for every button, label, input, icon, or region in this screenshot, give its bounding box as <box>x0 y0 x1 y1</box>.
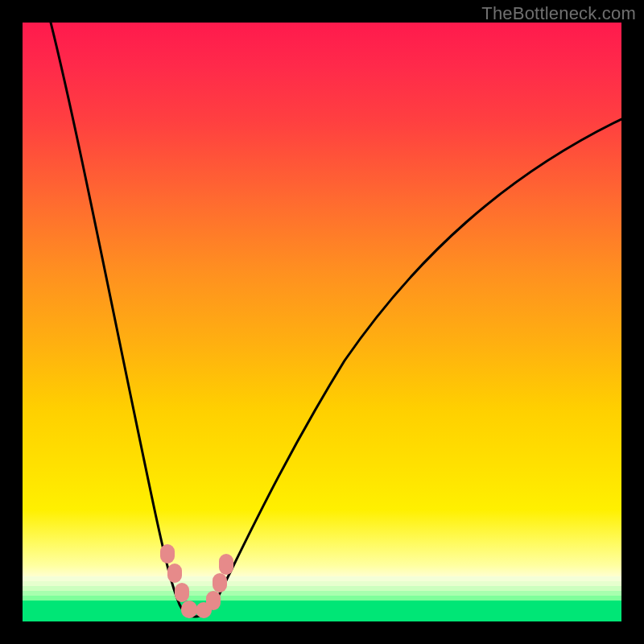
svg-rect-0 <box>160 544 175 564</box>
svg-rect-1 <box>167 564 182 583</box>
svg-rect-2 <box>175 583 189 602</box>
chart-frame: TheBottleneck.com <box>0 0 644 644</box>
svg-rect-6 <box>213 573 227 592</box>
svg-rect-5 <box>206 591 221 610</box>
curve-path <box>51 23 621 617</box>
svg-rect-7 <box>219 554 233 575</box>
bottleneck-curve <box>23 23 621 621</box>
plot-area <box>23 23 621 621</box>
trough-markers <box>160 544 233 618</box>
svg-rect-3 <box>181 601 197 618</box>
watermark-text: TheBottleneck.com <box>481 3 636 24</box>
